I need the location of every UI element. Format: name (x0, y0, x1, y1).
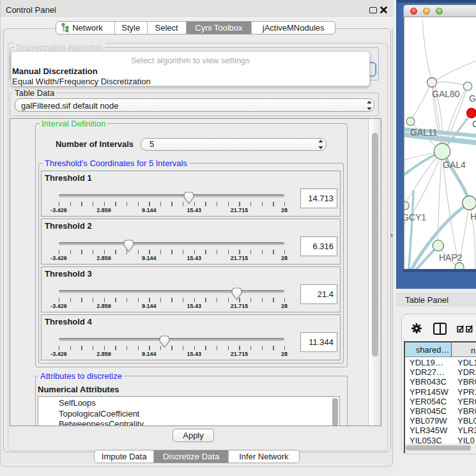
svg-text:GAL4: GAL4 (443, 160, 466, 170)
svg-text:GAL11: GAL11 (410, 127, 438, 137)
svg-text:G.: G. (469, 93, 476, 104)
svg-text:C: C (472, 119, 476, 129)
svg-text:GAL80: GAL80 (432, 89, 460, 99)
svg-text:H: H (470, 211, 476, 222)
svg-text:GCY1: GCY1 (404, 212, 426, 222)
svg-text:HAP2: HAP2 (439, 252, 463, 263)
